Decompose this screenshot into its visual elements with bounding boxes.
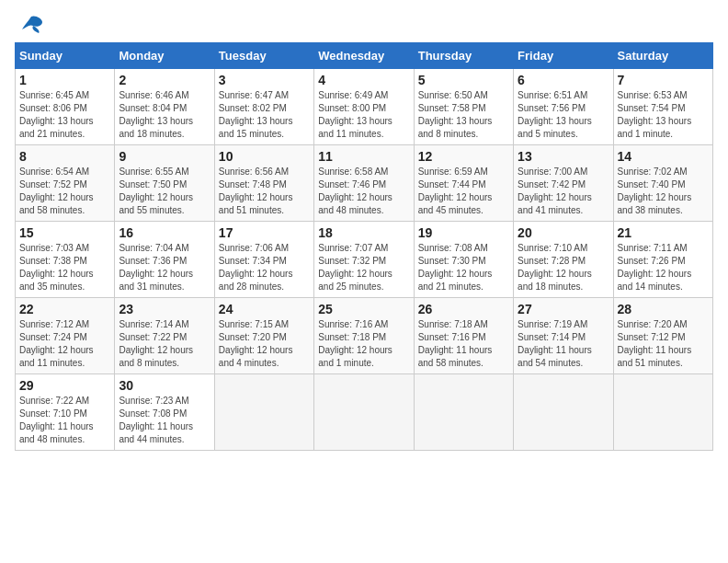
sunrise-label: Sunrise: 7:19 AM (518, 319, 587, 329)
header-row: Sunday Monday Tuesday Wednesday Thursday… (16, 43, 713, 69)
empty-cell (214, 374, 313, 451)
sunrise-label: Sunrise: 6:49 AM (318, 90, 388, 100)
empty-cell (314, 374, 414, 451)
day-cell: 9 Sunrise: 6:55 AM Sunset: 7:50 PM Dayli… (115, 145, 214, 222)
daylight-label: Daylight: 12 hours and 31 minutes. (119, 269, 193, 292)
sunrise-label: Sunrise: 7:23 AM (119, 396, 188, 406)
day-number: 29 (19, 378, 110, 393)
day-cell: 6 Sunrise: 6:51 AM Sunset: 7:56 PM Dayli… (514, 69, 613, 145)
calendar-week-row: 8 Sunrise: 6:54 AM Sunset: 7:52 PM Dayli… (16, 145, 713, 222)
sunset-label: Sunset: 7:32 PM (318, 256, 386, 266)
col-saturday: Saturday (613, 43, 712, 69)
daylight-label: Daylight: 13 hours and 21 minutes. (19, 116, 94, 139)
daylight-label: Daylight: 12 hours and 51 minutes. (219, 192, 293, 215)
day-cell: 23 Sunrise: 7:14 AM Sunset: 7:22 PM Dayl… (115, 298, 214, 374)
day-number: 19 (418, 225, 509, 240)
sunset-label: Sunset: 8:04 PM (119, 103, 187, 113)
sunset-label: Sunset: 7:34 PM (219, 256, 287, 266)
daylight-label: Daylight: 11 hours and 54 minutes. (518, 345, 592, 368)
day-cell: 24 Sunrise: 7:15 AM Sunset: 7:20 PM Dayl… (214, 298, 313, 374)
daylight-label: Daylight: 12 hours and 4 minutes. (219, 345, 293, 368)
daylight-label: Daylight: 13 hours and 1 minute. (618, 116, 692, 139)
daylight-label: Daylight: 12 hours and 41 minutes. (518, 192, 592, 215)
sunrise-label: Sunrise: 7:02 AM (618, 167, 688, 177)
day-number: 1 (19, 73, 110, 87)
day-info: Sunrise: 7:19 AM Sunset: 7:14 PM Dayligh… (518, 318, 609, 370)
day-cell: 19 Sunrise: 7:08 AM Sunset: 7:30 PM Dayl… (414, 222, 513, 298)
sunrise-label: Sunrise: 7:08 AM (418, 243, 488, 253)
day-info: Sunrise: 7:20 AM Sunset: 7:12 PM Dayligh… (618, 318, 709, 370)
day-number: 10 (219, 149, 310, 164)
day-number: 5 (418, 73, 509, 87)
sunset-label: Sunset: 7:16 PM (418, 332, 486, 342)
sunrise-label: Sunrise: 6:56 AM (219, 167, 289, 177)
sunset-label: Sunset: 8:06 PM (19, 103, 87, 113)
day-info: Sunrise: 6:50 AM Sunset: 7:58 PM Dayligh… (418, 89, 509, 141)
day-info: Sunrise: 7:16 AM Sunset: 7:18 PM Dayligh… (318, 318, 409, 370)
day-number: 24 (219, 302, 310, 316)
day-number: 6 (518, 73, 609, 87)
day-number: 14 (618, 149, 709, 164)
sunrise-label: Sunrise: 7:07 AM (318, 243, 388, 253)
day-info: Sunrise: 7:18 AM Sunset: 7:16 PM Dayligh… (418, 318, 509, 370)
day-number: 18 (318, 225, 409, 240)
daylight-label: Daylight: 11 hours and 51 minutes. (618, 345, 692, 368)
sunset-label: Sunset: 7:38 PM (19, 256, 87, 266)
day-cell: 11 Sunrise: 6:58 AM Sunset: 7:46 PM Dayl… (314, 145, 414, 222)
day-number: 17 (219, 225, 310, 240)
sunrise-label: Sunrise: 6:59 AM (418, 167, 488, 177)
day-number: 12 (418, 149, 509, 164)
empty-cell (414, 374, 513, 451)
daylight-label: Daylight: 13 hours and 18 minutes. (119, 116, 193, 139)
day-cell: 2 Sunrise: 6:46 AM Sunset: 8:04 PM Dayli… (115, 69, 214, 145)
day-info: Sunrise: 6:45 AM Sunset: 8:06 PM Dayligh… (19, 89, 110, 141)
daylight-label: Daylight: 13 hours and 11 minutes. (318, 116, 392, 139)
day-cell: 21 Sunrise: 7:11 AM Sunset: 7:26 PM Dayl… (613, 222, 712, 298)
day-number: 8 (19, 149, 110, 164)
sunset-label: Sunset: 7:10 PM (19, 408, 87, 419)
empty-cell (514, 374, 613, 451)
daylight-label: Daylight: 12 hours and 28 minutes. (219, 269, 293, 292)
day-number: 2 (119, 73, 210, 87)
day-cell: 1 Sunrise: 6:45 AM Sunset: 8:06 PM Dayli… (16, 69, 115, 145)
day-info: Sunrise: 7:02 AM Sunset: 7:40 PM Dayligh… (618, 166, 709, 217)
daylight-label: Daylight: 12 hours and 21 minutes. (418, 269, 493, 292)
sunset-label: Sunset: 7:44 PM (418, 179, 486, 190)
day-cell: 20 Sunrise: 7:10 AM Sunset: 7:28 PM Dayl… (514, 222, 613, 298)
sunrise-label: Sunrise: 6:53 AM (618, 90, 688, 100)
col-wednesday: Wednesday (314, 43, 414, 69)
calendar-week-row: 29 Sunrise: 7:22 AM Sunset: 7:10 PM Dayl… (16, 374, 713, 451)
daylight-label: Daylight: 12 hours and 11 minutes. (19, 345, 94, 368)
daylight-label: Daylight: 12 hours and 18 minutes. (518, 269, 592, 292)
day-cell: 29 Sunrise: 7:22 AM Sunset: 7:10 PM Dayl… (16, 374, 115, 451)
day-info: Sunrise: 6:49 AM Sunset: 8:00 PM Dayligh… (318, 89, 409, 141)
daylight-label: Daylight: 13 hours and 8 minutes. (418, 116, 493, 139)
calendar-table: Sunday Monday Tuesday Wednesday Thursday… (15, 42, 713, 451)
day-number: 9 (119, 149, 210, 164)
day-number: 26 (418, 302, 509, 316)
sunset-label: Sunset: 7:24 PM (19, 332, 87, 342)
day-cell: 18 Sunrise: 7:07 AM Sunset: 7:32 PM Dayl… (314, 222, 414, 298)
day-cell: 8 Sunrise: 6:54 AM Sunset: 7:52 PM Dayli… (16, 145, 115, 222)
day-cell: 5 Sunrise: 6:50 AM Sunset: 7:58 PM Dayli… (414, 69, 513, 145)
day-number: 15 (19, 225, 110, 240)
col-tuesday: Tuesday (214, 43, 313, 69)
day-number: 22 (19, 302, 110, 316)
daylight-label: Daylight: 12 hours and 8 minutes. (119, 345, 193, 368)
calendar-week-row: 22 Sunrise: 7:12 AM Sunset: 7:24 PM Dayl… (16, 298, 713, 374)
calendar-week-row: 15 Sunrise: 7:03 AM Sunset: 7:38 PM Dayl… (16, 222, 713, 298)
day-number: 13 (518, 149, 609, 164)
day-info: Sunrise: 7:00 AM Sunset: 7:42 PM Dayligh… (518, 166, 609, 217)
sunset-label: Sunset: 7:12 PM (618, 332, 686, 342)
sunrise-label: Sunrise: 7:00 AM (518, 167, 587, 177)
day-info: Sunrise: 7:15 AM Sunset: 7:20 PM Dayligh… (219, 318, 310, 370)
day-cell: 7 Sunrise: 6:53 AM Sunset: 7:54 PM Dayli… (613, 69, 712, 145)
page-header (15, 15, 713, 35)
daylight-label: Daylight: 12 hours and 35 minutes. (19, 269, 94, 292)
day-number: 30 (119, 378, 210, 393)
daylight-label: Daylight: 13 hours and 5 minutes. (518, 116, 592, 139)
daylight-label: Daylight: 11 hours and 48 minutes. (19, 421, 94, 444)
sunset-label: Sunset: 7:40 PM (618, 179, 686, 190)
day-cell: 10 Sunrise: 6:56 AM Sunset: 7:48 PM Dayl… (214, 145, 313, 222)
day-info: Sunrise: 6:58 AM Sunset: 7:46 PM Dayligh… (318, 166, 409, 217)
